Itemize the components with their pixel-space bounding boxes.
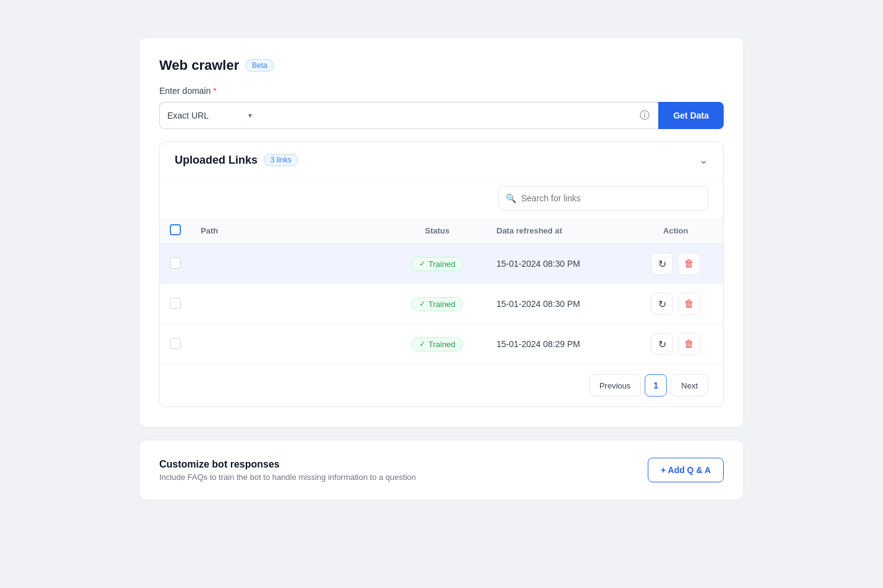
pagination-row: Previous 1 Next — [160, 364, 723, 406]
question-circle-icon: ⓘ — [640, 109, 650, 122]
refreshed-at-header: Data refreshed at — [487, 218, 628, 244]
table-row: ✓ Trained 15-01-2024 08:30 PM ↻ 🗑 — [160, 284, 723, 324]
chevron-up-icon: ⌄ — [699, 153, 708, 167]
url-type-select[interactable]: Exact URL Domain Subdomain — [159, 102, 258, 129]
row-1-checkbox-cell — [160, 244, 191, 284]
customize-bot-title: Customize bot responses — [159, 459, 416, 470]
table-header-row: Path Status Data refreshed at Action — [160, 218, 723, 244]
table-row: ✓ Trained 15-01-2024 08:30 PM ↻ 🗑 — [160, 244, 723, 284]
row-1-delete-button[interactable]: 🗑 — [678, 253, 700, 275]
row-3-checkbox-cell — [160, 324, 191, 364]
checkbox-header-cell — [160, 218, 191, 244]
row-3-action-cell: ↻ 🗑 — [638, 333, 713, 355]
row-2-checkbox[interactable] — [170, 298, 181, 309]
previous-button[interactable]: Previous — [589, 374, 642, 397]
row-1-path — [191, 244, 388, 284]
status-label: Trained — [429, 340, 456, 349]
trash-icon: 🗑 — [684, 298, 694, 309]
check-icon: ✓ — [419, 340, 425, 348]
domain-input-row: Exact URL Domain Subdomain ▾ ⓘ Get Data — [159, 102, 724, 129]
uploaded-links-title: Uploaded Links — [175, 154, 257, 167]
help-button[interactable]: ⓘ — [631, 102, 658, 129]
domain-label-row: Enter domain * — [159, 86, 724, 96]
row-2-status: ✓ Trained — [388, 284, 487, 324]
row-3-status-badge: ✓ Trained — [411, 337, 464, 351]
customize-bot-description: Include FAQs to train the bot to handle … — [159, 472, 416, 482]
uploaded-links-header[interactable]: Uploaded Links 3 links ⌄ — [160, 142, 723, 178]
row-3-delete-button[interactable]: 🗑 — [678, 333, 700, 355]
row-3-path — [191, 324, 388, 364]
check-icon: ✓ — [419, 300, 425, 308]
row-2-checkbox-cell — [160, 284, 191, 324]
row-3-date: 15-01-2024 08:29 PM — [487, 324, 628, 364]
row-2-date: 15-01-2024 08:30 PM — [487, 284, 628, 324]
search-row: 🔍 — [160, 178, 723, 218]
web-crawler-card: Web crawler Beta Enter domain * Exact UR… — [139, 37, 744, 427]
select-all-checkbox[interactable] — [170, 224, 181, 235]
trash-icon: 🗑 — [684, 338, 694, 350]
url-type-select-wrapper: Exact URL Domain Subdomain ▾ — [159, 102, 258, 129]
get-data-button[interactable]: Get Data — [658, 102, 724, 129]
customize-bot-card: Customize bot responses Include FAQs to … — [139, 440, 744, 500]
row-3-status: ✓ Trained — [388, 324, 487, 364]
row-3-checkbox[interactable] — [170, 338, 181, 349]
row-2-action-cell: ↻ 🗑 — [638, 293, 713, 315]
beta-badge: Beta — [245, 59, 274, 72]
required-indicator: * — [213, 86, 216, 96]
current-page[interactable]: 1 — [645, 374, 667, 397]
path-header: Path — [191, 218, 388, 244]
row-1-actions: ↻ 🗑 — [628, 244, 723, 284]
row-2-refresh-button[interactable]: ↻ — [651, 293, 673, 315]
row-1-status-badge: ✓ Trained — [411, 257, 464, 271]
row-3-refresh-button[interactable]: ↻ — [651, 333, 673, 355]
row-1-date: 15-01-2024 08:30 PM — [487, 244, 628, 284]
check-icon: ✓ — [419, 259, 425, 268]
uploaded-links-title-row: Uploaded Links 3 links — [175, 154, 298, 167]
row-1-action-cell: ↻ 🗑 — [638, 253, 713, 275]
add-qa-button[interactable]: + Add Q & A — [648, 458, 724, 482]
row-2-delete-button[interactable]: 🗑 — [678, 293, 700, 315]
row-1-status: ✓ Trained — [388, 244, 487, 284]
uploaded-links-section: Uploaded Links 3 links ⌄ 🔍 Path Status — [159, 141, 724, 407]
status-header: Status — [388, 218, 487, 244]
customize-bot-text: Customize bot responses Include FAQs to … — [159, 459, 416, 482]
refresh-icon: ↻ — [658, 298, 666, 310]
search-wrapper: 🔍 — [498, 186, 708, 211]
status-label: Trained — [429, 259, 456, 269]
search-icon: 🔍 — [506, 193, 516, 203]
action-header: Action — [628, 218, 723, 244]
row-2-status-badge: ✓ Trained — [411, 297, 464, 311]
links-table: Path Status Data refreshed at Action ✓ — [160, 218, 723, 364]
links-count-badge: 3 links — [264, 154, 298, 166]
row-1-refresh-button[interactable]: ↻ — [651, 253, 673, 275]
trash-icon: 🗑 — [684, 258, 694, 269]
refresh-icon: ↻ — [658, 338, 666, 350]
row-2-path — [191, 284, 388, 324]
page-title: Web crawler — [159, 57, 239, 74]
row-2-actions: ↻ 🗑 — [628, 284, 723, 324]
url-input[interactable] — [258, 102, 631, 129]
domain-label: Enter domain — [159, 86, 211, 96]
next-button[interactable]: Next — [671, 374, 708, 397]
refresh-icon: ↻ — [658, 258, 666, 270]
title-row: Web crawler Beta — [159, 57, 724, 74]
search-input[interactable] — [498, 186, 708, 211]
row-3-actions: ↻ 🗑 — [628, 324, 723, 364]
table-row: ✓ Trained 15-01-2024 08:29 PM ↻ 🗑 — [160, 324, 723, 364]
row-1-checkbox[interactable] — [170, 258, 181, 269]
status-label: Trained — [429, 300, 456, 309]
